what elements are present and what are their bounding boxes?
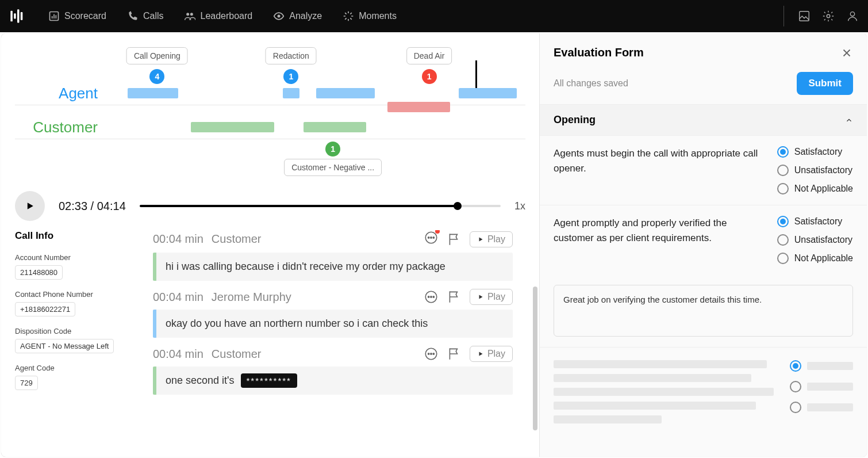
playback-time: 02:33 / 04:14 (59, 200, 126, 213)
nav-label: Moments (359, 11, 397, 21)
image-icon[interactable] (798, 10, 811, 22)
play-segment-button[interactable]: Play (470, 231, 513, 247)
option-unsatisfactory[interactable]: Unsatisfactory (777, 165, 853, 176)
option-satisfactory[interactable]: Satisfactory (777, 146, 853, 158)
scrollbar[interactable] (533, 287, 537, 430)
flag-icon[interactable] (447, 232, 462, 247)
agent-code-value[interactable]: 729 (15, 376, 38, 390)
eval-question-skeleton (540, 350, 867, 434)
transcript-speaker: Customer (212, 232, 262, 246)
transcript-text: hi i was calling because i didn't receiv… (153, 253, 513, 281)
section-title: Opening (554, 114, 596, 126)
eval-question: Agents must begin the call with appropri… (540, 136, 867, 205)
play-button[interactable] (15, 191, 45, 221)
transcript-text: one second it's ********** (153, 367, 513, 395)
svg-point-12 (827, 14, 830, 18)
redacted-text: ********** (241, 373, 297, 388)
audio-player: 02:33 / 04:14 1x (15, 191, 525, 221)
svg-rect-11 (800, 12, 809, 21)
svg-point-17 (433, 237, 434, 238)
nav-label: Scorecard (64, 11, 106, 21)
svg-point-16 (431, 237, 432, 238)
playhead[interactable] (475, 60, 477, 88)
marker-count: 1 (325, 142, 340, 157)
option-satisfactory[interactable]: Satisfactory (777, 216, 853, 227)
flag-icon[interactable] (447, 346, 462, 361)
svg-rect-0 (10, 11, 13, 22)
disposition-label: Disposition Code (15, 327, 136, 335)
timeline-label-agent: Agent (15, 85, 107, 102)
svg-rect-7 (56, 15, 57, 18)
agent-code-label: Agent Code (15, 364, 136, 372)
option-unsatisfactory[interactable]: Unsatisfactory (777, 234, 853, 246)
svg-rect-2 (17, 9, 20, 22)
marker-redaction[interactable]: Redaction (266, 47, 317, 64)
phone-icon (127, 10, 139, 22)
sparkle-icon (343, 10, 354, 22)
bar-chart-icon (48, 10, 60, 22)
flag-icon[interactable] (447, 289, 462, 304)
svg-point-8 (187, 13, 190, 16)
nav-calls[interactable]: Calls (127, 10, 164, 22)
svg-rect-5 (52, 16, 53, 18)
svg-point-24 (431, 353, 432, 354)
svg-rect-1 (14, 13, 16, 18)
transcript-list: 00:04 min Customer Play (153, 230, 525, 437)
account-number-value[interactable]: 211488080 (15, 265, 63, 280)
marker-customer-negative[interactable]: Customer - Negative ... (284, 159, 382, 176)
option-not-applicable[interactable]: Not Applicable (777, 183, 853, 194)
panel-title: Evaluation Form (554, 46, 644, 59)
app-logo[interactable] (9, 8, 25, 24)
phone-value[interactable]: +18186022271 (15, 302, 75, 316)
gear-icon[interactable] (822, 10, 835, 22)
nav-leaderboard[interactable]: Leaderboard (184, 10, 252, 22)
save-status: All changes saved (554, 78, 628, 89)
phone-label: Contact Phone Number (15, 290, 136, 299)
chevron-up-icon (845, 116, 853, 124)
option-not-applicable[interactable]: Not Applicable (777, 253, 853, 264)
call-info-panel: Call Info Account Number 211488080 Conta… (15, 230, 136, 437)
call-timeline: Call Opening 4 Redaction 1 Dead Air 1 Ag… (15, 47, 525, 174)
transcript-time: 00:04 min (153, 348, 203, 361)
svg-point-23 (428, 353, 429, 354)
close-icon[interactable] (840, 47, 853, 59)
timeline-label-customer: Customer (15, 119, 107, 136)
comment-input[interactable]: Great job on verifying the customer deta… (554, 285, 853, 337)
user-icon[interactable] (846, 10, 859, 22)
play-segment-button[interactable]: Play (470, 289, 513, 305)
progress-bar[interactable] (140, 205, 501, 207)
playback-speed[interactable]: 1x (514, 200, 525, 212)
marker-dead-air[interactable]: Dead Air (406, 47, 452, 64)
account-number-label: Account Number (15, 253, 136, 262)
section-opening[interactable]: Opening (540, 105, 867, 136)
people-icon (184, 10, 195, 22)
nav-analyze[interactable]: Analyze (273, 10, 322, 22)
disposition-value[interactable]: AGENT - No Message Left (15, 339, 114, 353)
nav-label: Calls (143, 11, 164, 21)
svg-point-13 (850, 12, 854, 16)
comment-icon[interactable] (424, 230, 439, 248)
svg-point-9 (190, 13, 193, 16)
question-text: Agent promptly and properly verified the… (554, 216, 766, 264)
play-segment-button[interactable]: Play (470, 346, 513, 362)
evaluation-panel: Evaluation Form All changes saved Submit… (539, 33, 867, 457)
comment-icon[interactable] (424, 289, 439, 304)
svg-point-20 (431, 296, 432, 297)
nav-scorecard[interactable]: Scorecard (48, 10, 106, 22)
nav-moments[interactable]: Moments (343, 10, 397, 22)
transcript-entry: 00:04 min Customer Play one second (153, 346, 513, 395)
marker-call-opening[interactable]: Call Opening (126, 47, 188, 64)
comment-icon[interactable] (424, 346, 439, 361)
svg-point-15 (428, 237, 429, 238)
svg-point-19 (428, 296, 429, 297)
submit-button[interactable]: Submit (797, 72, 853, 95)
transcript-speaker: Jerome Murphy (212, 291, 291, 304)
svg-point-10 (278, 15, 281, 18)
question-text: Agents must begin the call with appropri… (554, 146, 766, 194)
marker-count: 1 (283, 69, 298, 84)
transcript-entry: 00:04 min Customer Play (153, 230, 513, 281)
transcript-text: okay do you have an northern number so i… (153, 310, 513, 338)
marker-count: 4 (149, 69, 164, 84)
transcript-entry: 00:04 min Jerome Murphy Play okay do you… (153, 289, 513, 338)
transcript-time: 00:04 min (153, 291, 203, 304)
